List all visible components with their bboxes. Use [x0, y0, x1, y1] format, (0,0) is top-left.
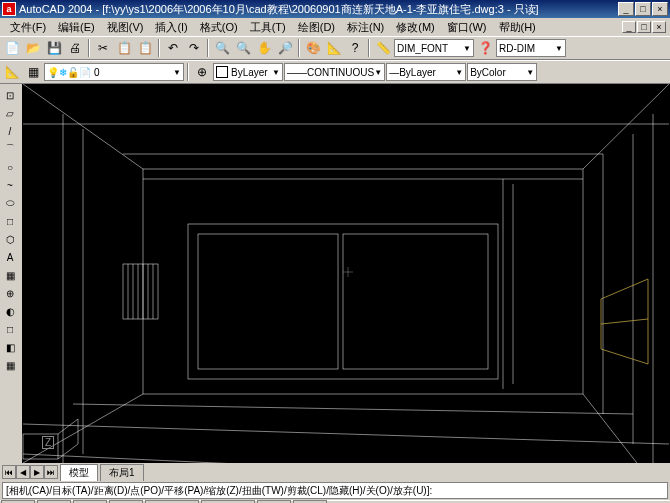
rect-icon[interactable]: □ — [0, 212, 20, 230]
open-icon[interactable]: 📂 — [23, 38, 43, 58]
otrack-button[interactable]: 对象追踪 — [201, 500, 255, 504]
tool-icon[interactable]: ▦ — [0, 356, 20, 374]
tool-icon[interactable]: ◐ — [0, 302, 20, 320]
lineweight-dropdown[interactable]: — ByLayer▼ — [386, 63, 466, 81]
menu-format[interactable]: 格式(O) — [194, 20, 244, 35]
zoom-icon[interactable]: 🔎 — [275, 38, 295, 58]
tab-model[interactable]: 模型 — [60, 464, 98, 481]
lwt-button[interactable]: 线宽 — [257, 500, 291, 504]
model-button[interactable]: 模型 — [293, 500, 327, 504]
tool-icon[interactable]: ▱ — [0, 104, 20, 122]
3d-viewport[interactable]: Z — [22, 84, 670, 463]
print-icon[interactable]: 🖨 — [65, 38, 85, 58]
match-icon[interactable]: 📐 — [324, 38, 344, 58]
mdi-restore[interactable]: □ — [637, 21, 651, 33]
layer-dropdown[interactable]: 💡❄🔓📄 0▼ — [44, 63, 184, 81]
paste-icon[interactable]: 📋 — [135, 38, 155, 58]
plotstyle-dropdown[interactable]: ByColor▼ — [467, 63, 537, 81]
cut-icon[interactable]: ✂ — [93, 38, 113, 58]
window-title: AutoCAD 2004 - [f:\yy\ys1\2006年\2006年10月… — [19, 2, 618, 17]
linetype-dropdown[interactable]: —— CONTINUOUS▼ — [284, 63, 385, 81]
svg-rect-21 — [198, 234, 338, 369]
menu-file[interactable]: 文件(F) — [4, 20, 52, 35]
grid-button[interactable]: 栅格 — [37, 500, 71, 504]
style-icon[interactable]: ❓ — [475, 38, 495, 58]
ortho-button[interactable]: 正交 — [73, 500, 107, 504]
svg-rect-4 — [143, 169, 583, 394]
color-dropdown[interactable]: ByLayer▼ — [213, 63, 283, 81]
arc-icon[interactable]: ⌒ — [0, 140, 20, 158]
help-icon[interactable]: ? — [345, 38, 365, 58]
menu-edit[interactable]: 编辑(E) — [52, 20, 101, 35]
toolbar-properties: 📐 ▦ 💡❄🔓📄 0▼ ⊕ ByLayer▼ —— CONTINUOUS▼ — … — [0, 60, 670, 84]
menu-window[interactable]: 窗口(W) — [441, 20, 493, 35]
tool-icon[interactable]: □ — [0, 320, 20, 338]
copy-icon[interactable]: 📋 — [114, 38, 134, 58]
polar-button[interactable]: 极轴 — [109, 500, 143, 504]
ucs-z-label: Z — [42, 436, 54, 449]
spline-icon[interactable]: ~ — [0, 176, 20, 194]
tab-last-icon[interactable]: ⏭ — [44, 465, 58, 479]
polygon-icon[interactable]: ⬡ — [0, 230, 20, 248]
layer-prev-icon[interactable]: ▦ — [23, 62, 43, 82]
svg-line-30 — [58, 444, 78, 459]
hatch-icon[interactable]: ▦ — [0, 266, 20, 284]
layer-icon[interactable]: 📐 — [2, 62, 22, 82]
draw-toolbar: ⊡ ▱ / ⌒ ○ ~ ⬭ □ ⬡ A ▦ ⊕ ◐ □ ◧ ▦ — [0, 84, 22, 463]
snap-button[interactable]: 捕捉 — [1, 500, 35, 504]
tab-first-icon[interactable]: ⏮ — [2, 465, 16, 479]
menu-view[interactable]: 视图(V) — [101, 20, 150, 35]
minimize-button[interactable]: _ — [618, 2, 634, 16]
rddim-dropdown[interactable]: RD-DIM▼ — [496, 39, 566, 57]
menu-draw[interactable]: 绘图(D) — [292, 20, 341, 35]
menu-dimension[interactable]: 标注(N) — [341, 20, 390, 35]
menu-modify[interactable]: 修改(M) — [390, 20, 441, 35]
menu-help[interactable]: 帮助(H) — [493, 20, 542, 35]
svg-rect-22 — [343, 234, 488, 369]
new-icon[interactable]: 📄 — [2, 38, 22, 58]
properties-icon[interactable]: 🎨 — [303, 38, 323, 58]
save-icon[interactable]: 💾 — [44, 38, 64, 58]
menu-tools[interactable]: 工具(T) — [244, 20, 292, 35]
tab-prev-icon[interactable]: ◀ — [16, 465, 30, 479]
svg-line-1 — [583, 84, 669, 169]
command-line[interactable]: [相机(CA)/目标(TA)/距离(D)/点(PO)/平移(PA)/缩放(Z)/… — [2, 482, 668, 499]
osnap-button[interactable]: 对象捕捉 — [145, 500, 199, 504]
dimfont-dropdown[interactable]: DIM_FONT▼ — [394, 39, 474, 57]
redo-icon[interactable]: ↷ — [184, 38, 204, 58]
app-icon: a — [2, 2, 16, 16]
svg-line-3 — [583, 394, 669, 463]
zoom-in-icon[interactable]: 🔍 — [212, 38, 232, 58]
dim-icon[interactable]: 📏 — [373, 38, 393, 58]
tab-next-icon[interactable]: ▶ — [30, 465, 44, 479]
mdi-minimize[interactable]: _ — [622, 21, 636, 33]
svg-line-29 — [58, 419, 78, 434]
point-icon[interactable]: ⊕ — [0, 284, 20, 302]
tool-icon[interactable]: ◧ — [0, 338, 20, 356]
svg-line-17 — [23, 424, 669, 444]
svg-line-32 — [601, 319, 648, 324]
svg-line-18 — [73, 404, 633, 414]
undo-icon[interactable]: ↶ — [163, 38, 183, 58]
close-button[interactable]: × — [652, 2, 668, 16]
pan-icon[interactable]: ✋ — [254, 38, 274, 58]
maximize-button[interactable]: □ — [635, 2, 651, 16]
menu-insert[interactable]: 插入(I) — [149, 20, 193, 35]
text-icon[interactable]: A — [0, 248, 20, 266]
tab-layout1[interactable]: 布局1 — [100, 464, 144, 481]
circle-icon[interactable]: ○ — [0, 158, 20, 176]
mdi-close[interactable]: × — [652, 21, 666, 33]
tool-icon[interactable]: ⊡ — [0, 86, 20, 104]
zoom-out-icon[interactable]: 🔍 — [233, 38, 253, 58]
svg-line-19 — [23, 454, 669, 463]
line-icon[interactable]: / — [0, 122, 20, 140]
ellipse-icon[interactable]: ⬭ — [0, 194, 20, 212]
layer-tool-icon[interactable]: ⊕ — [192, 62, 212, 82]
toolbar-standard: 📄 📂 💾 🖨 ✂ 📋 📋 ↶ ↷ 🔍 🔍 ✋ 🔎 🎨 📐 ? 📏 DIM_FO… — [0, 36, 670, 60]
